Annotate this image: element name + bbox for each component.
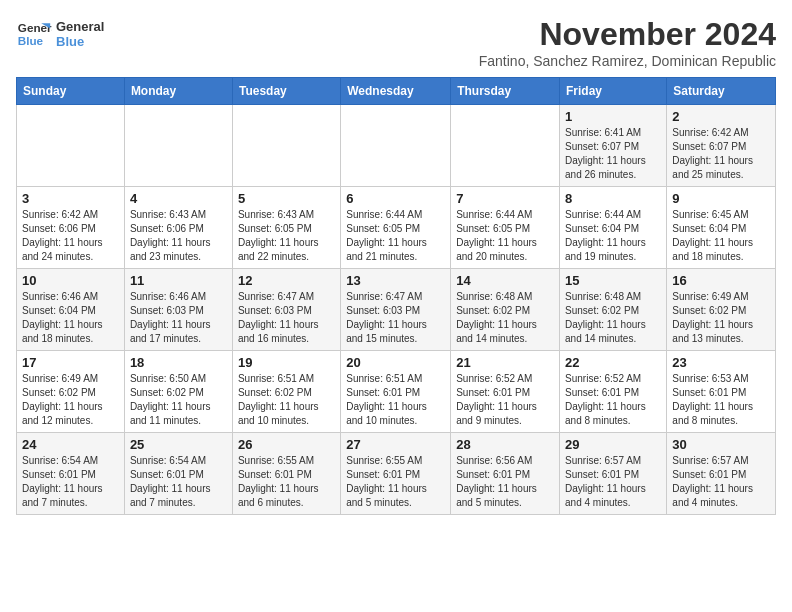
day-info: Sunrise: 6:55 AM Sunset: 6:01 PM Dayligh…: [346, 454, 445, 510]
day-number: 14: [456, 273, 554, 288]
calendar-cell: 3Sunrise: 6:42 AM Sunset: 6:06 PM Daylig…: [17, 187, 125, 269]
calendar-cell: 5Sunrise: 6:43 AM Sunset: 6:05 PM Daylig…: [232, 187, 340, 269]
svg-text:General: General: [18, 21, 52, 34]
weekday-header-tuesday: Tuesday: [232, 78, 340, 105]
weekday-header-thursday: Thursday: [451, 78, 560, 105]
calendar-cell: [341, 105, 451, 187]
day-number: 29: [565, 437, 661, 452]
day-info: Sunrise: 6:57 AM Sunset: 6:01 PM Dayligh…: [672, 454, 770, 510]
calendar-cell: 20Sunrise: 6:51 AM Sunset: 6:01 PM Dayli…: [341, 351, 451, 433]
day-info: Sunrise: 6:44 AM Sunset: 6:05 PM Dayligh…: [456, 208, 554, 264]
day-number: 16: [672, 273, 770, 288]
day-info: Sunrise: 6:52 AM Sunset: 6:01 PM Dayligh…: [565, 372, 661, 428]
day-info: Sunrise: 6:47 AM Sunset: 6:03 PM Dayligh…: [238, 290, 335, 346]
day-number: 20: [346, 355, 445, 370]
day-info: Sunrise: 6:49 AM Sunset: 6:02 PM Dayligh…: [672, 290, 770, 346]
calendar-cell: [124, 105, 232, 187]
calendar-cell: 12Sunrise: 6:47 AM Sunset: 6:03 PM Dayli…: [232, 269, 340, 351]
day-info: Sunrise: 6:43 AM Sunset: 6:05 PM Dayligh…: [238, 208, 335, 264]
day-info: Sunrise: 6:49 AM Sunset: 6:02 PM Dayligh…: [22, 372, 119, 428]
svg-text:Blue: Blue: [18, 34, 44, 47]
day-number: 23: [672, 355, 770, 370]
calendar-cell: 18Sunrise: 6:50 AM Sunset: 6:02 PM Dayli…: [124, 351, 232, 433]
day-info: Sunrise: 6:55 AM Sunset: 6:01 PM Dayligh…: [238, 454, 335, 510]
logo: General Blue General Blue: [16, 16, 104, 52]
weekday-header-sunday: Sunday: [17, 78, 125, 105]
weekday-header-monday: Monday: [124, 78, 232, 105]
calendar-cell: 7Sunrise: 6:44 AM Sunset: 6:05 PM Daylig…: [451, 187, 560, 269]
day-number: 4: [130, 191, 227, 206]
calendar-cell: 11Sunrise: 6:46 AM Sunset: 6:03 PM Dayli…: [124, 269, 232, 351]
day-number: 17: [22, 355, 119, 370]
day-number: 10: [22, 273, 119, 288]
calendar-cell: 6Sunrise: 6:44 AM Sunset: 6:05 PM Daylig…: [341, 187, 451, 269]
day-number: 21: [456, 355, 554, 370]
calendar-week-3: 10Sunrise: 6:46 AM Sunset: 6:04 PM Dayli…: [17, 269, 776, 351]
calendar-week-1: 1Sunrise: 6:41 AM Sunset: 6:07 PM Daylig…: [17, 105, 776, 187]
weekday-header-saturday: Saturday: [667, 78, 776, 105]
calendar-cell: [17, 105, 125, 187]
day-info: Sunrise: 6:57 AM Sunset: 6:01 PM Dayligh…: [565, 454, 661, 510]
calendar-cell: 28Sunrise: 6:56 AM Sunset: 6:01 PM Dayli…: [451, 433, 560, 515]
calendar-cell: 16Sunrise: 6:49 AM Sunset: 6:02 PM Dayli…: [667, 269, 776, 351]
calendar-week-2: 3Sunrise: 6:42 AM Sunset: 6:06 PM Daylig…: [17, 187, 776, 269]
calendar-week-4: 17Sunrise: 6:49 AM Sunset: 6:02 PM Dayli…: [17, 351, 776, 433]
logo-line1: General: [56, 19, 104, 34]
calendar-week-5: 24Sunrise: 6:54 AM Sunset: 6:01 PM Dayli…: [17, 433, 776, 515]
weekday-header-friday: Friday: [560, 78, 667, 105]
calendar-cell: 1Sunrise: 6:41 AM Sunset: 6:07 PM Daylig…: [560, 105, 667, 187]
day-info: Sunrise: 6:48 AM Sunset: 6:02 PM Dayligh…: [565, 290, 661, 346]
month-title: November 2024: [479, 16, 776, 53]
calendar-cell: 14Sunrise: 6:48 AM Sunset: 6:02 PM Dayli…: [451, 269, 560, 351]
calendar-cell: 2Sunrise: 6:42 AM Sunset: 6:07 PM Daylig…: [667, 105, 776, 187]
calendar-cell: 17Sunrise: 6:49 AM Sunset: 6:02 PM Dayli…: [17, 351, 125, 433]
weekday-header-wednesday: Wednesday: [341, 78, 451, 105]
day-number: 1: [565, 109, 661, 124]
day-number: 18: [130, 355, 227, 370]
day-info: Sunrise: 6:56 AM Sunset: 6:01 PM Dayligh…: [456, 454, 554, 510]
logo-icon: General Blue: [16, 16, 52, 52]
day-number: 2: [672, 109, 770, 124]
calendar-cell: 27Sunrise: 6:55 AM Sunset: 6:01 PM Dayli…: [341, 433, 451, 515]
day-info: Sunrise: 6:44 AM Sunset: 6:05 PM Dayligh…: [346, 208, 445, 264]
day-number: 11: [130, 273, 227, 288]
day-info: Sunrise: 6:52 AM Sunset: 6:01 PM Dayligh…: [456, 372, 554, 428]
day-number: 24: [22, 437, 119, 452]
calendar-cell: 10Sunrise: 6:46 AM Sunset: 6:04 PM Dayli…: [17, 269, 125, 351]
calendar-cell: 30Sunrise: 6:57 AM Sunset: 6:01 PM Dayli…: [667, 433, 776, 515]
day-info: Sunrise: 6:54 AM Sunset: 6:01 PM Dayligh…: [22, 454, 119, 510]
day-info: Sunrise: 6:41 AM Sunset: 6:07 PM Dayligh…: [565, 126, 661, 182]
calendar-cell: 23Sunrise: 6:53 AM Sunset: 6:01 PM Dayli…: [667, 351, 776, 433]
calendar-cell: 22Sunrise: 6:52 AM Sunset: 6:01 PM Dayli…: [560, 351, 667, 433]
day-info: Sunrise: 6:46 AM Sunset: 6:04 PM Dayligh…: [22, 290, 119, 346]
calendar-cell: 26Sunrise: 6:55 AM Sunset: 6:01 PM Dayli…: [232, 433, 340, 515]
day-number: 15: [565, 273, 661, 288]
day-number: 19: [238, 355, 335, 370]
day-number: 12: [238, 273, 335, 288]
day-number: 3: [22, 191, 119, 206]
calendar-table: SundayMondayTuesdayWednesdayThursdayFrid…: [16, 77, 776, 515]
calendar-cell: 9Sunrise: 6:45 AM Sunset: 6:04 PM Daylig…: [667, 187, 776, 269]
day-number: 30: [672, 437, 770, 452]
calendar-cell: 19Sunrise: 6:51 AM Sunset: 6:02 PM Dayli…: [232, 351, 340, 433]
day-number: 25: [130, 437, 227, 452]
logo-line2: Blue: [56, 34, 104, 49]
day-info: Sunrise: 6:47 AM Sunset: 6:03 PM Dayligh…: [346, 290, 445, 346]
calendar-cell: 4Sunrise: 6:43 AM Sunset: 6:06 PM Daylig…: [124, 187, 232, 269]
calendar-cell: 15Sunrise: 6:48 AM Sunset: 6:02 PM Dayli…: [560, 269, 667, 351]
day-info: Sunrise: 6:54 AM Sunset: 6:01 PM Dayligh…: [130, 454, 227, 510]
calendar-cell: 29Sunrise: 6:57 AM Sunset: 6:01 PM Dayli…: [560, 433, 667, 515]
calendar-cell: 8Sunrise: 6:44 AM Sunset: 6:04 PM Daylig…: [560, 187, 667, 269]
day-number: 5: [238, 191, 335, 206]
day-number: 13: [346, 273, 445, 288]
page-header: General Blue General Blue November 2024 …: [16, 16, 776, 69]
day-info: Sunrise: 6:46 AM Sunset: 6:03 PM Dayligh…: [130, 290, 227, 346]
calendar-cell: 13Sunrise: 6:47 AM Sunset: 6:03 PM Dayli…: [341, 269, 451, 351]
calendar-cell: 25Sunrise: 6:54 AM Sunset: 6:01 PM Dayli…: [124, 433, 232, 515]
day-info: Sunrise: 6:50 AM Sunset: 6:02 PM Dayligh…: [130, 372, 227, 428]
day-number: 22: [565, 355, 661, 370]
day-info: Sunrise: 6:44 AM Sunset: 6:04 PM Dayligh…: [565, 208, 661, 264]
day-info: Sunrise: 6:45 AM Sunset: 6:04 PM Dayligh…: [672, 208, 770, 264]
day-info: Sunrise: 6:51 AM Sunset: 6:02 PM Dayligh…: [238, 372, 335, 428]
title-block: November 2024 Fantino, Sanchez Ramirez, …: [479, 16, 776, 69]
